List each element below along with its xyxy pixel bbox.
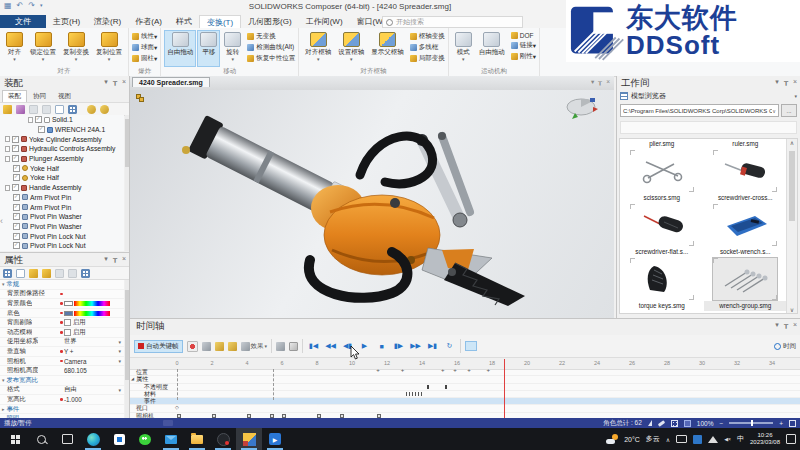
search-box[interactable]: 开始搜索 [382,16,523,28]
timeline-track[interactable]: 事件 [130,398,800,405]
thumbnail-label[interactable]: plier.smg [620,139,704,149]
ribbon-small-button[interactable]: 刚性 ▾ [511,52,536,61]
redo-icon[interactable]: ↷ [28,1,35,10]
path-combobox[interactable]: C:\Program Files\SOLIDWORKS Corp\SOLIDWO… [620,104,779,117]
visibility-checkbox[interactable] [13,165,20,172]
ribbon-button[interactable]: 对齐▾ [3,30,26,67]
tree-item[interactable]: Pivot Pin Lock Nut [0,241,124,251]
property-value[interactable]: 世界 [64,337,122,346]
property-value[interactable] [64,311,122,316]
ribbon-button[interactable]: 锁定位置▾ [27,30,59,67]
thumbnail[interactable] [630,150,694,192]
property-value[interactable]: Camera [64,358,122,365]
tree-item[interactable]: Yoke Cylinder Assembly [0,134,124,144]
marker-mode-icon[interactable] [465,341,477,351]
ribbon-small-button[interactable]: 无变换 [247,32,295,41]
key-properties-icon[interactable] [289,342,298,351]
zoom-slider[interactable] [729,422,773,424]
wechat-button[interactable] [132,428,158,450]
ribbon-button[interactable]: 显示父枢轴 [368,30,407,67]
ribbon-small-button[interactable]: 检测曲线(Alt) [247,43,295,52]
thumbnail[interactable] [713,258,777,300]
panel-menu-icon[interactable]: ▾ [104,255,108,263]
tree-item[interactable]: Yoke Half [0,173,124,183]
menu-tab[interactable]: 作者(A) [128,15,169,28]
color-swatch[interactable] [64,311,73,316]
ribbon-button[interactable]: 对齐枢轴▾ [302,30,334,67]
ribbon-small-button[interactable]: 恢复中性位置 [247,54,295,63]
select-keys-icon[interactable] [276,342,285,351]
viewport-menu-icon[interactable]: ▾ [591,78,594,86]
pin-icon[interactable]: ┰ [113,255,117,263]
visibility-checkbox[interactable] [12,184,19,191]
position-keyframe[interactable]: + [467,367,471,373]
panel-menu-icon[interactable]: ▾ [775,321,779,329]
timeline-track[interactable]: 位置++++++ [130,369,800,376]
material-key-span[interactable] [406,392,424,396]
checkbox[interactable] [64,319,71,326]
import-icon[interactable] [29,269,38,278]
thumbnail[interactable] [630,204,694,246]
go-to-start-icon[interactable]: ▮◀ [307,342,320,350]
ime-indicator[interactable]: 中 [737,434,744,444]
checkbox[interactable] [64,329,71,336]
property-value[interactable]: 启用 [64,318,122,327]
timeline-track[interactable]: ◢属性 [130,376,800,383]
tree-item[interactable]: Pivot Pin Lock Nut [0,231,124,241]
task-view-button[interactable] [54,428,80,450]
options-icon[interactable] [100,105,109,114]
property-row[interactable]: 背景图像路径 [0,290,124,300]
tree-item[interactable]: Arm Pivot Pin [0,202,124,212]
wifi-icon[interactable] [708,436,718,443]
taskbar-search-button[interactable] [28,428,54,450]
ribbon-button[interactable]: 旋转▾ [221,30,244,67]
ribbon-small-button[interactable]: 局部变换 [410,54,445,63]
pin-icon[interactable]: ┰ [784,78,788,86]
export-icon[interactable] [42,269,51,278]
property-value[interactable]: Y + [64,348,122,355]
ribbon-small-button[interactable]: 链接 ▾ [511,41,536,50]
thumbnail-label[interactable]: scissors.smg [620,193,704,203]
section-toggle-icon[interactable]: ▾ [2,281,5,287]
sort-icon[interactable] [55,105,64,114]
file-explorer-button[interactable] [184,428,210,450]
property-value[interactable]: 自由 [64,385,122,394]
workshop-selector[interactable]: 模型浏览器 ▾ [620,90,797,102]
color-swatch[interactable] [64,301,73,306]
menu-tab[interactable]: 变换(T) [199,15,241,28]
autokey-button[interactable]: 自动关键帧 [134,340,183,353]
media-app-button[interactable] [210,428,236,450]
property-value[interactable]: 680.105 [64,367,122,374]
table-view-icon[interactable] [68,105,77,114]
weather-temp[interactable]: 20°C [624,436,640,443]
property-row[interactable]: 照相机高度680.105 [0,366,124,376]
stop-icon[interactable]: ■ [375,343,388,350]
mail-button[interactable] [158,428,184,450]
property-row[interactable]: 垂直轴▾Y + [0,347,124,357]
visibility-checkbox[interactable] [13,213,20,220]
close-icon[interactable]: × [122,255,126,263]
ribbon-small-button[interactable]: 枢轴变换 [410,32,445,41]
menu-tab[interactable]: 主页(H) [46,15,87,28]
volume-muted-icon[interactable]: ◀× [724,436,731,442]
timeline-track[interactable]: 材料 [130,391,800,398]
customize-quick-access-icon[interactable]: ▾ [40,1,43,10]
zoom-in-icon[interactable]: + [779,420,783,427]
visibility-checkbox[interactable] [12,136,19,143]
start-button[interactable] [2,428,28,450]
time-display-button[interactable]: 时间 [774,342,796,351]
position-keyframe[interactable]: + [376,367,380,373]
thumbnail-label[interactable]: screwdriver-flat.s... [620,247,704,257]
camera-keyframe[interactable] [377,414,381,418]
annotate-icon[interactable] [658,420,665,426]
tree-item[interactable]: Plunger Assembly [0,154,124,164]
viewport-keyframe[interactable]: ◇ [175,404,179,410]
camera-keyframe[interactable] [177,414,181,418]
scroll-up-icon[interactable]: ∧ [787,139,797,146]
thumbnail-label[interactable]: socket-wrench.s... [704,247,788,257]
filter-box[interactable] [620,121,797,134]
thumbnail[interactable] [713,204,777,246]
close-icon[interactable]: × [122,78,126,86]
property-row[interactable]: 格式▾自由 [0,386,124,396]
tree-item[interactable]: WRENCH 24A.1 [0,125,124,135]
